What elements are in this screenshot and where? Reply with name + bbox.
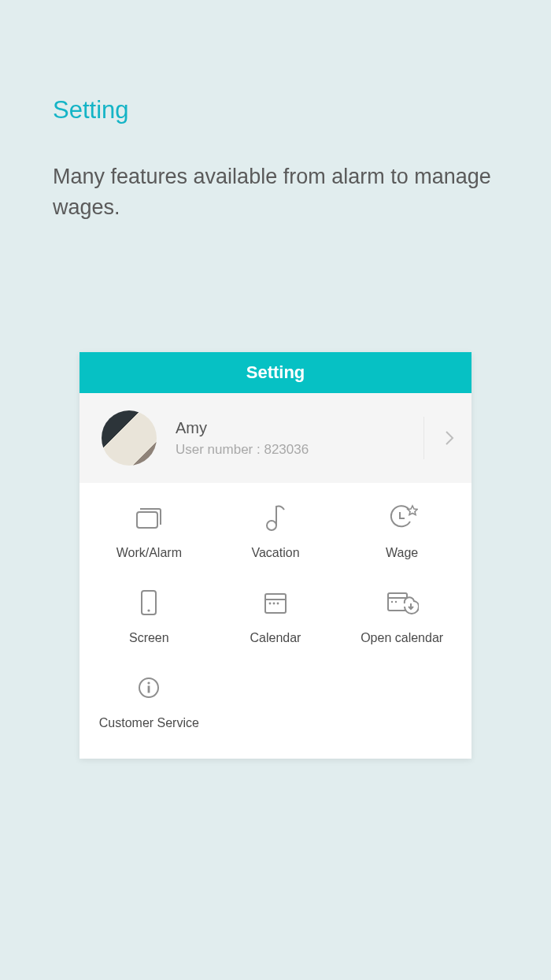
grid-item-vacation[interactable]: Vacation xyxy=(213,497,339,565)
stack-icon xyxy=(135,502,162,533)
profile-text: Amy User number : 823036 xyxy=(176,419,309,458)
clock-star-icon xyxy=(386,502,418,533)
chevron-right-icon xyxy=(445,430,454,446)
grid-item-label: Wage xyxy=(386,546,418,560)
grid-item-label: Customer Service xyxy=(99,716,199,730)
settings-grid: Work/Alarm Vacation Wage xyxy=(80,483,471,759)
svg-rect-15 xyxy=(148,686,150,693)
profile-user-number: User number : 823036 xyxy=(176,442,309,458)
settings-card: Setting Amy User number : 823036 Work/Al… xyxy=(80,352,471,759)
avatar xyxy=(102,410,157,466)
svg-point-14 xyxy=(148,681,150,684)
info-icon xyxy=(137,672,161,703)
grid-item-label: Screen xyxy=(129,631,169,645)
grid-item-label: Vacation xyxy=(251,546,299,560)
calendar-download-icon xyxy=(386,587,419,618)
grid-item-wage[interactable]: Wage xyxy=(338,497,465,565)
grid-item-label: Open calendar xyxy=(361,631,443,645)
svg-point-1 xyxy=(267,521,276,530)
svg-point-11 xyxy=(390,601,392,603)
phone-icon xyxy=(139,587,158,618)
grid-item-label: Calendar xyxy=(250,631,301,645)
grid-item-label: Work/Alarm xyxy=(116,546,182,560)
svg-point-8 xyxy=(277,603,279,605)
svg-point-7 xyxy=(273,603,276,605)
music-note-icon xyxy=(265,502,286,533)
svg-point-6 xyxy=(269,603,272,605)
grid-item-open-calendar[interactable]: Open calendar xyxy=(338,582,465,650)
page-title: Setting xyxy=(53,96,129,124)
page-description: Many features available from alarm to ma… xyxy=(53,161,494,223)
grid-item-customer-service[interactable]: Customer Service xyxy=(86,667,213,735)
svg-rect-4 xyxy=(265,594,286,613)
divider xyxy=(423,417,424,459)
svg-rect-0 xyxy=(137,512,157,528)
grid-item-calendar[interactable]: Calendar xyxy=(213,582,339,650)
grid-item-work-alarm[interactable]: Work/Alarm xyxy=(86,497,213,565)
profile-name: Amy xyxy=(176,419,309,437)
profile-row[interactable]: Amy User number : 823036 xyxy=(80,393,471,483)
svg-point-12 xyxy=(394,601,396,603)
svg-point-3 xyxy=(148,609,150,611)
grid-item-screen[interactable]: Screen xyxy=(86,582,213,650)
calendar-icon xyxy=(263,587,288,618)
card-header: Setting xyxy=(80,352,471,393)
